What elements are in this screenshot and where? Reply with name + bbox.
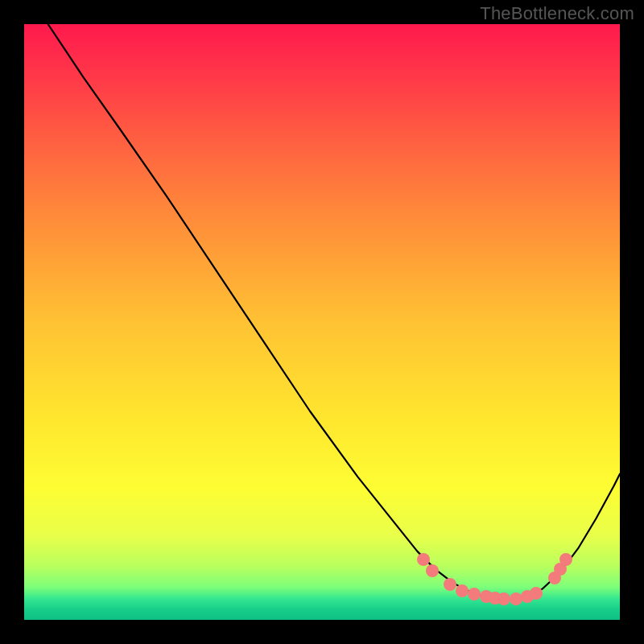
- data-point: [456, 584, 469, 597]
- data-point: [510, 592, 522, 605]
- data-point: [417, 553, 430, 566]
- data-point: [497, 592, 510, 605]
- bottleneck-curve: [24, 24, 620, 620]
- data-point: [444, 578, 456, 591]
- data-point: [559, 553, 572, 566]
- plot-area: [24, 24, 620, 620]
- watermark-text: TheBottleneck.com: [480, 3, 634, 24]
- data-point: [426, 564, 439, 577]
- data-point: [530, 587, 543, 600]
- data-point: [468, 588, 481, 601]
